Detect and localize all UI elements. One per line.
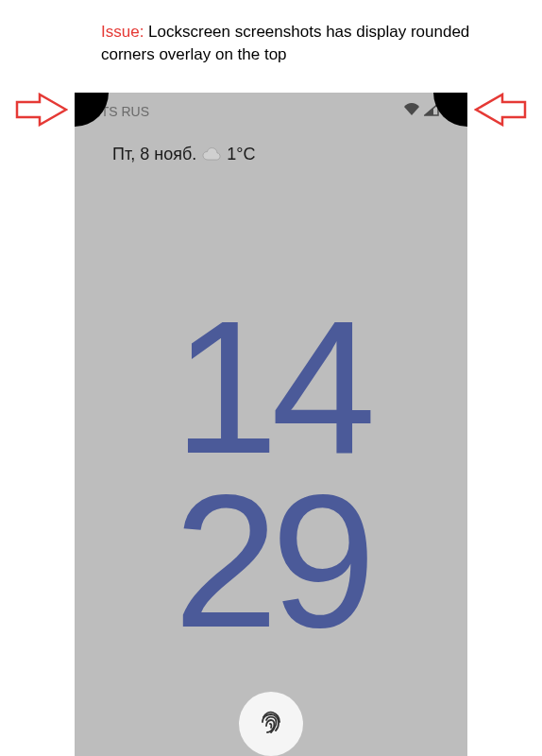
lockscreen-clock: 14 29 (75, 301, 467, 648)
fingerprint-icon (256, 707, 286, 741)
arrow-right-icon (474, 93, 527, 127)
clock-minutes: 29 (75, 474, 467, 648)
cloud-icon (202, 147, 221, 163)
status-bar: MTS RUS (75, 93, 467, 128)
arrow-left-icon (15, 93, 68, 127)
issue-label: Issue: (101, 23, 144, 41)
date-label: Пт, 8 нояб. (112, 145, 196, 164)
date-weather-row: Пт, 8 нояб. 1°C (75, 128, 467, 164)
issue-text: Lockscreen screenshots has display round… (101, 23, 469, 63)
temperature-label: 1°C (227, 145, 255, 164)
fingerprint-button[interactable] (239, 692, 303, 756)
issue-annotation: Issue: Lockscreen screenshots has displa… (101, 21, 485, 66)
lockscreen: MTS RUS Пт, 8 нояб. 1°C 14 29 (75, 93, 467, 756)
clock-hours: 14 (75, 301, 467, 474)
wifi-icon (403, 103, 420, 119)
